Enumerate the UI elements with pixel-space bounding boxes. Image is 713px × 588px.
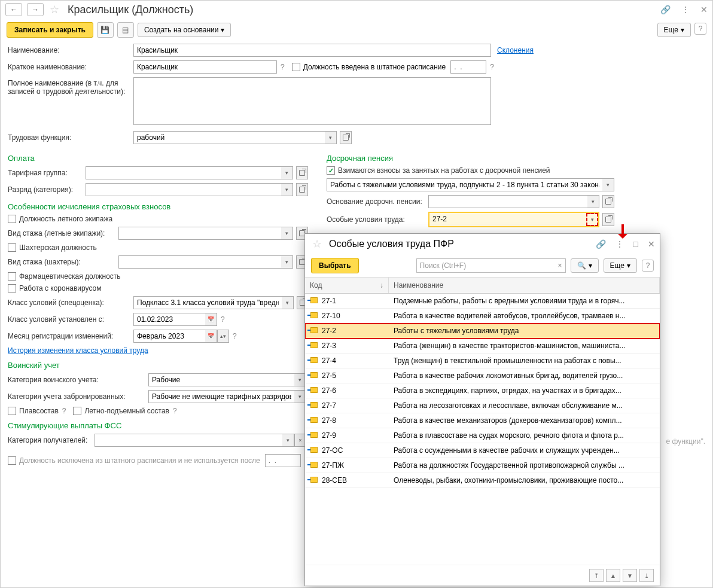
open-button[interactable] [296,166,308,179]
link-icon[interactable]: 🔗 [596,239,606,249]
dropdown-button[interactable]: ▾ [281,255,293,269]
col-name-header[interactable]: Наименование [389,278,660,293]
mil-cat-input[interactable] [148,373,294,386]
mil-res-input[interactable] [148,390,294,403]
close-icon[interactable]: ✕ [700,5,708,14]
special-cond-input[interactable] [429,213,586,225]
dropdown-button[interactable]: ▾ [282,434,294,447]
table-row[interactable]: 27-4Труд (женщин) в текстильной промышле… [305,354,660,368]
table-row[interactable]: 27-10Работа в качестве водителей автобус… [305,309,660,324]
help-icon[interactable]: ? [173,407,177,415]
more-dropdown[interactable]: Еще ▾ [657,23,691,37]
dropdown-button[interactable]: ▾ [602,178,614,191]
help-button[interactable]: ? [694,23,706,35]
scroll-up-button[interactable]: ▲ [606,569,620,582]
calendar-button[interactable]: 📅 [205,313,217,326]
table-row[interactable]: 27-3Работа (женщин) в качестве тракторис… [305,339,660,354]
save-button[interactable]: 💾 [97,22,114,38]
instaff-checkbox[interactable] [292,63,300,71]
kebab-icon[interactable]: ⋮ [616,239,624,249]
table-row[interactable]: 27-1Подземные работы, работы с вредными … [305,294,660,309]
tariff-input[interactable] [86,166,281,179]
scroll-top-button[interactable]: ⤒ [589,569,604,582]
help-icon[interactable]: ? [490,63,494,71]
kebab-icon[interactable]: ⋮ [681,5,690,14]
favorite-icon[interactable]: ☆ [312,237,322,251]
reg-month-input[interactable] [133,330,205,343]
row-name: Работа в экспедициях, партиях, отрядах, … [389,386,660,395]
dropdown-button[interactable]: ▾ [325,131,337,144]
pension-works-input[interactable] [327,178,602,191]
instaff-date-input[interactable] [450,60,486,74]
dropdown-button[interactable]: ▾ [587,195,599,208]
shortname-input[interactable] [133,60,277,74]
more-dropdown[interactable]: Еще ▾ [604,258,637,273]
select-button[interactable]: Выбрать [311,258,359,273]
miner-checkbox[interactable] [8,243,16,252]
table-row[interactable]: 27-5Работа в качестве рабочих локомотивн… [305,368,660,383]
document-button[interactable]: ▤ [117,22,134,38]
maximize-icon[interactable]: □ [633,239,638,249]
link-icon[interactable]: 🔗 [660,5,671,14]
fss-header: Стимулирующие выплаты ФСС [8,421,309,430]
dropdown-button[interactable]: ▾ [281,227,293,240]
help-icon[interactable]: ? [62,407,66,415]
table-row[interactable]: 28-СЕВОленеводы, рыбаки, охотники-промыс… [305,473,660,488]
help-icon[interactable]: ? [233,332,237,340]
search-input[interactable]: Поиск (Ctrl+F) × [416,258,566,273]
history-link[interactable]: История изменения класса условий труда [8,346,148,355]
declensions-link[interactable]: Склонения [497,46,534,54]
nav-forward-button[interactable]: → [27,3,44,16]
scroll-down-button[interactable]: ▼ [623,569,637,582]
fss-cat-input[interactable] [95,434,282,447]
table-row[interactable]: 27-ПЖРабота на должностях Государственно… [305,458,660,473]
covid-checkbox[interactable] [8,284,16,293]
calendar-button[interactable]: 📅 [205,330,217,343]
class-input[interactable] [133,296,282,309]
table-row[interactable]: 27-9Работа в плавсоставе на судах морско… [305,428,660,443]
flight-crew-checkbox[interactable] [8,215,16,223]
workfunc-input[interactable] [133,131,325,144]
excluded-date-input[interactable] [265,454,301,467]
table-row[interactable]: 27-6Работа в экспедициях, партиях, отряд… [305,383,660,398]
dropdown-button[interactable]: ▾ [586,213,598,226]
clear-icon[interactable]: × [558,261,562,270]
open-button[interactable] [602,213,614,226]
miner-exp-input[interactable] [118,255,281,269]
pension-checkbox[interactable] [327,166,335,175]
table-row[interactable]: 27-2Работы с тяжелыми условиями труда [305,324,660,339]
help-icon[interactable]: ? [221,315,225,324]
row-icon [305,297,318,305]
naval-checkbox[interactable] [8,407,16,415]
class-date-input[interactable] [133,313,205,326]
airborne-checkbox[interactable] [73,407,81,415]
dropdown-button[interactable]: ▾ [282,296,294,309]
open-button[interactable] [602,195,614,208]
help-button[interactable]: ? [642,260,654,272]
save-close-button[interactable]: Записать и закрыть [7,22,93,38]
col-code-header[interactable]: Код↓ [305,278,389,293]
excluded-checkbox[interactable] [8,456,16,465]
table-row[interactable]: 27-8Работа в качестве механизаторов (док… [305,413,660,428]
help-icon[interactable]: ? [281,63,285,71]
dropdown-button[interactable]: ▾ [281,166,293,179]
name-input[interactable] [133,44,491,57]
open-button[interactable] [340,131,352,144]
spinner-button[interactable]: ▴▾ [217,330,229,343]
close-icon[interactable]: ✕ [648,239,655,249]
special-cond-label: Особые условия труда: [327,215,428,224]
table-row[interactable]: 27-ОСРабота с осужденными в качестве раб… [305,443,660,458]
fullname-textarea[interactable] [133,77,491,125]
pension-basis-input[interactable] [428,195,587,208]
dropdown-button[interactable]: ▾ [281,183,293,196]
flight-exp-input[interactable] [118,227,281,240]
open-button[interactable] [296,183,308,196]
scroll-bottom-button[interactable]: ⤓ [639,569,654,582]
table-row[interactable]: 27-7Работа на лесозаготовках и лесосплав… [305,398,660,413]
rank-input[interactable] [86,183,281,196]
pharma-checkbox[interactable] [8,272,16,281]
create-based-dropdown[interactable]: Создать на основании ▾ [138,23,231,37]
favorite-icon[interactable]: ☆ [50,3,59,16]
search-button[interactable]: 🔍 ▾ [571,258,599,273]
nav-back-button[interactable]: ← [5,3,22,16]
